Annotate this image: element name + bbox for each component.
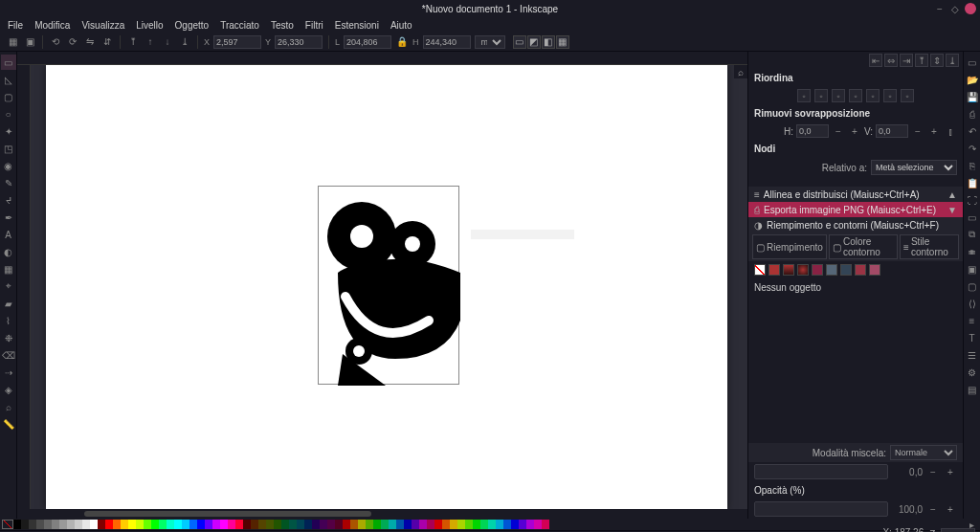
palette-swatch[interactable] (366, 520, 373, 529)
palette-swatch[interactable] (396, 520, 404, 529)
overlap-v-plus-icon[interactable]: + (927, 124, 941, 138)
palette-swatch[interactable] (44, 520, 52, 529)
menu-filtri[interactable]: Filtri (305, 20, 323, 31)
group-icon[interactable]: ▣ (965, 261, 980, 277)
text-dock-icon[interactable]: T (965, 330, 980, 345)
palette-swatch[interactable] (197, 520, 205, 529)
menu-visualizza[interactable]: Visualizza (81, 20, 124, 31)
palette-swatch[interactable] (480, 520, 488, 529)
palette-swatch[interactable] (327, 520, 335, 529)
palette-swatch[interactable] (304, 520, 312, 529)
blur-plus-icon[interactable]: + (944, 465, 957, 478)
palette-swatch[interactable] (427, 520, 434, 529)
paint-flat-icon[interactable] (768, 264, 780, 276)
blur-slider[interactable] (754, 464, 888, 479)
palette-swatch[interactable] (105, 520, 113, 529)
tweak-tool-icon[interactable]: ⌇ (1, 313, 16, 328)
menu-livello[interactable]: Livello (136, 20, 163, 31)
undo-icon[interactable]: ↶ (965, 123, 980, 139)
palette-swatch[interactable] (82, 520, 90, 529)
palette-swatch[interactable] (442, 520, 450, 529)
close-icon[interactable] (965, 3, 976, 14)
palette-swatch[interactable] (243, 520, 251, 529)
spray-tool-icon[interactable]: ❉ (1, 330, 16, 345)
affect-pattern-icon[interactable]: ▦ (556, 35, 569, 49)
relative-select[interactable]: Metà selezione (871, 160, 957, 175)
paint-unknown-icon[interactable] (840, 264, 852, 276)
palette-swatch[interactable] (113, 520, 121, 529)
remove-overlap-icon[interactable]: ⫿ (944, 124, 957, 138)
align-middle-v-icon[interactable]: ⇕ (930, 54, 944, 67)
clone-icon[interactable]: ⩩ (965, 244, 980, 259)
palette-swatch[interactable] (473, 520, 480, 529)
flip-h-icon[interactable]: ⇋ (83, 35, 97, 49)
align-right-icon[interactable]: ⇥ (900, 54, 913, 67)
ungroup-icon[interactable]: ▢ (965, 278, 980, 294)
palette-swatch[interactable] (526, 520, 534, 529)
palette-swatch[interactable] (251, 520, 258, 529)
xml-icon[interactable]: ⟨⟩ (965, 296, 980, 311)
opacity-slider[interactable] (754, 501, 888, 517)
palette-swatch[interactable] (98, 520, 105, 529)
palette-swatch[interactable] (373, 520, 381, 529)
palette-swatch[interactable] (465, 520, 473, 529)
unit-select[interactable]: mm (475, 35, 505, 49)
palette-swatch[interactable] (167, 520, 174, 529)
align-left-icon[interactable]: ⇤ (869, 54, 882, 67)
y-input[interactable] (275, 35, 323, 49)
palette-swatch[interactable] (289, 520, 297, 529)
distribute-g-icon[interactable]: ◦ (901, 89, 914, 102)
overlap-h-plus-icon[interactable]: + (848, 124, 861, 138)
zoom-page-icon[interactable]: ▭ (965, 210, 980, 225)
text-tool-icon[interactable]: A (1, 227, 16, 242)
open-icon-icon[interactable]: 📂 (965, 72, 980, 87)
paint-swatch-icon[interactable] (826, 264, 837, 276)
palette-none-icon[interactable] (2, 520, 13, 529)
zoom-fit-icon[interactable]: ⛶ (965, 192, 980, 208)
palette-swatch[interactable] (343, 520, 350, 529)
menu-oggetto[interactable]: Oggetto (175, 20, 210, 31)
distribute-c-icon[interactable]: ◦ (832, 89, 845, 102)
menu-tracciato[interactable]: Tracciato (220, 20, 259, 31)
palette-swatch[interactable] (52, 520, 59, 529)
copy-icon[interactable]: ⎘ (965, 158, 980, 173)
dock-align-header[interactable]: ≡ Allinea e distribuisci (Maiusc+Ctrl+A)… (748, 187, 963, 202)
select-all-icon[interactable]: ▣ (23, 35, 36, 49)
palette-swatch[interactable] (488, 520, 496, 529)
paint-radial-icon[interactable] (797, 264, 809, 276)
palette-swatch[interactable] (90, 520, 98, 529)
affect-gradient-icon[interactable]: ◧ (542, 35, 555, 49)
distribute-b-icon[interactable]: ◦ (814, 89, 828, 102)
dropper-tool-icon[interactable]: ⌖ (1, 278, 16, 294)
mesh-tool-icon[interactable]: ▦ (1, 261, 16, 277)
distribute-e-icon[interactable]: ◦ (866, 89, 880, 102)
canvas-viewport[interactable]: ⌕ (31, 65, 747, 509)
distribute-a-icon[interactable]: ◦ (797, 89, 811, 102)
raise-icon[interactable]: ↑ (144, 35, 157, 49)
redo-icon[interactable]: ↷ (965, 141, 980, 156)
palette-swatch[interactable] (496, 520, 503, 529)
palette-swatch[interactable] (519, 520, 526, 529)
selector-tool-icon[interactable]: ▭ (1, 55, 16, 70)
palette-swatch[interactable] (174, 520, 182, 529)
bezier-tool-icon[interactable]: ᔪ (1, 192, 16, 208)
h-input[interactable] (423, 35, 471, 49)
zoom-widget-icon[interactable]: ⌕ (734, 65, 747, 78)
palette-swatch[interactable] (29, 520, 36, 529)
palette-swatch[interactable] (503, 520, 511, 529)
rotate-ccw-icon[interactable]: ⟲ (49, 35, 62, 49)
prefs-icon[interactable]: ⚙ (965, 365, 980, 380)
3dbox-tool-icon[interactable]: ◳ (1, 141, 16, 156)
blur-minus-icon[interactable]: − (926, 465, 940, 478)
lpe-tool-icon[interactable]: ◈ (1, 382, 16, 397)
align-dock-shortcut-icon[interactable]: ≡ (965, 313, 980, 328)
scrollbar-horizontal[interactable] (17, 509, 747, 519)
palette-swatch[interactable] (75, 520, 82, 529)
calligraphy-tool-icon[interactable]: ✒ (1, 210, 16, 225)
palette-swatch[interactable] (297, 520, 304, 529)
blend-select[interactable]: Normale (890, 445, 957, 460)
rotate-cw-icon[interactable]: ⟳ (66, 35, 79, 49)
opac-minus-icon[interactable]: − (926, 502, 940, 516)
palette-swatch[interactable] (404, 520, 412, 529)
spiral-tool-icon[interactable]: ◉ (1, 158, 16, 173)
